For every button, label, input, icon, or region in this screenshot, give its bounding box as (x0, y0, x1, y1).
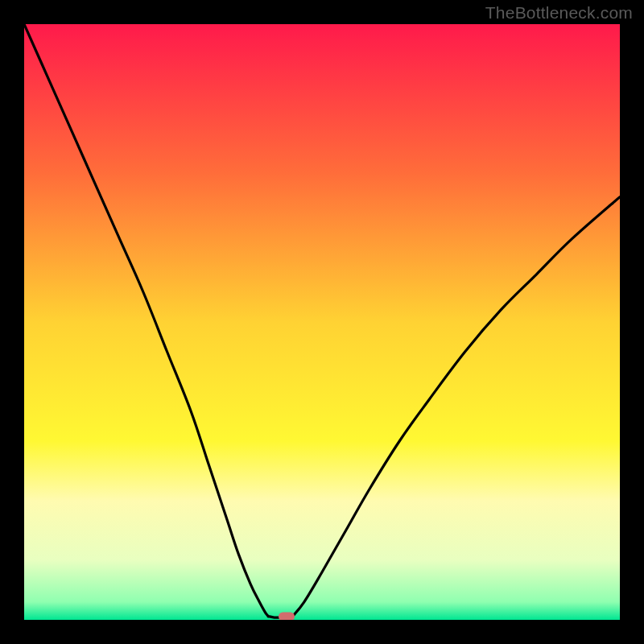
plot-area (24, 24, 620, 620)
chart-frame: TheBottleneck.com (0, 0, 644, 644)
bottleneck-curve (24, 24, 620, 620)
minimum-marker (279, 613, 295, 620)
watermark-text: TheBottleneck.com (485, 3, 633, 23)
